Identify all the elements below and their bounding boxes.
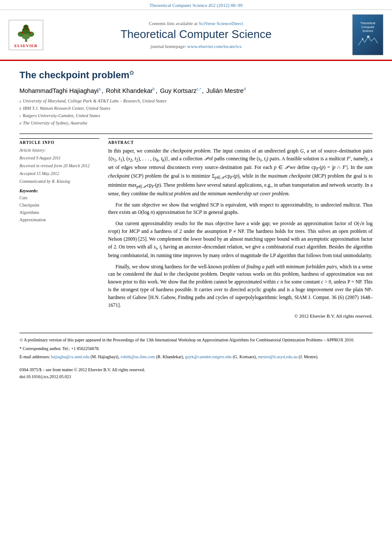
abstract-column: Abstract In this paper, we consider the … <box>108 138 373 320</box>
journal-center: Contents lists available at SciVerse Sci… <box>48 21 344 48</box>
accepted-date: Accepted 15 May 2012 <box>19 170 99 177</box>
doi-line: doi:10.1016/j.tcs.2012.05.021 <box>19 373 373 380</box>
article-info-heading: Article Info <box>19 138 99 145</box>
abstract-para-4: Finally, we show strong hardness for the… <box>108 263 373 309</box>
authors-line: MohammadTaghi Hajiaghayia, Rohit Khandek… <box>19 87 373 94</box>
keywords-list: Cuts Checkpoint Algorithms Approximation <box>19 194 99 223</box>
svg-point-8 <box>23 28 24 29</box>
elsevier-logo-left: ELSEVIER <box>9 20 48 50</box>
divider-top <box>19 134 373 134</box>
top-bar: Theoretical Computer Science 452 (2012) … <box>0 0 392 10</box>
cover-decorative-icon <box>356 35 380 48</box>
copyright-line: © 2012 Elsevier B.V. All rights reserved… <box>108 312 373 320</box>
abstract-para-1: In this paper, we consider the checkpoin… <box>108 147 373 197</box>
footnote-section: ✩ A preliminary version of this paper ap… <box>19 333 373 360</box>
author-4: Julián Mestred <box>206 87 245 94</box>
received-date: Received 9 August 2011 <box>19 154 99 162</box>
email-mestre[interactable]: mestre@it.usyd.edu.au <box>258 354 298 359</box>
issn-line: 0304-3975/$ – see front matter © 2012 El… <box>19 366 373 373</box>
journal-header: ELSEVIER Contents lists available at Sci… <box>0 10 392 61</box>
affiliation-a: aUniversity of Maryland, College Park & … <box>19 98 373 105</box>
article-title: The checkpoint problem✩ <box>19 70 373 81</box>
svg-point-10 <box>25 25 26 27</box>
affiliations: aUniversity of Maryland, College Park & … <box>19 98 373 127</box>
author-3: Guy Kortsarzc,* <box>160 87 201 94</box>
elsevier-label: ELSEVIER <box>14 44 38 48</box>
keywords-section: Keywords: Cuts Checkpoint Algorithms App… <box>19 188 99 223</box>
journal-homepage: journal homepage: www.elsevier.com/locat… <box>48 44 344 49</box>
journal-citation: Theoretical Computer Science 452 (2012) … <box>150 3 242 8</box>
footnote-preliminary: ✩ A preliminary version of this paper ap… <box>19 337 373 344</box>
communicated-by: Communicated by R. Klasing <box>19 178 99 185</box>
sciverse-link[interactable]: SciVerse ScienceDirect <box>199 21 243 26</box>
email-hajiaghayi[interactable]: hajiagha@cs.umd.edu <box>51 354 89 359</box>
abstract-para-3: Our current approximability results for … <box>108 220 373 259</box>
footnote-corresponding: * Corresponding author. Tel.: +1 8562256… <box>19 345 373 352</box>
article-history: Article history: Received 9 August 2011 … <box>19 146 99 185</box>
footnote-emails: E-mail addresses: hajiagha@cs.umd.edu (M… <box>19 353 373 360</box>
affiliation-c: cRutgers University-Camden, United State… <box>19 112 373 120</box>
affiliation-d: dThe University of Sydney, Australia <box>19 120 373 127</box>
affiliation-b: bIBM T.J. Watson Research Center, United… <box>19 105 373 112</box>
keywords-label: Keywords: <box>19 188 99 193</box>
email-kortsarz[interactable]: guyk@camden.rutgers.edu <box>185 354 232 359</box>
history-heading: Article history: <box>19 146 99 154</box>
svg-point-9 <box>27 28 29 29</box>
cover-text: Theoretical Computer Science <box>355 20 381 50</box>
keyword-2: Checkpoint <box>19 201 99 209</box>
svg-point-7 <box>29 32 31 33</box>
contents-line: Contents lists available at SciVerse Sci… <box>48 21 344 26</box>
svg-point-12 <box>362 38 363 40</box>
abstract-text: In this paper, we consider the checkpoin… <box>108 147 373 320</box>
homepage-link[interactable]: www.elsevier.com/locate/tcs <box>187 44 242 49</box>
journal-cover-image: Theoretical Computer Science <box>352 14 383 55</box>
email-khandekar[interactable]: rohitk@us.ibm.com <box>121 354 155 359</box>
author-1: MohammadTaghi Hajiaghayia <box>19 87 101 94</box>
revised-date: Received in revised form 20 March 2012 <box>19 162 99 169</box>
journal-cover-right: Theoretical Computer Science <box>344 14 383 55</box>
main-content: The checkpoint problem✩ MohammadTaghi Ha… <box>0 61 392 389</box>
title-footnote-marker: ✩ <box>129 70 134 76</box>
svg-point-6 <box>21 32 23 33</box>
elsevier-tree-icon <box>14 25 38 43</box>
journal-title: Theoretical Computer Science <box>48 28 344 41</box>
two-column-section: Article Info Article history: Received 9… <box>19 138 373 320</box>
svg-point-11 <box>367 35 370 38</box>
abstract-heading: Abstract <box>108 138 373 145</box>
keyword-3: Algorithms <box>19 209 99 216</box>
article-info-column: Article Info Article history: Received 9… <box>19 138 99 320</box>
bottom-info: 0304-3975/$ – see front matter © 2012 El… <box>19 366 373 380</box>
abstract-para-2: For the sum objective we show that weigh… <box>108 201 373 217</box>
keyword-4: Approximation <box>19 216 99 223</box>
author-2: Rohit Khandekarb <box>106 87 155 94</box>
keyword-1: Cuts <box>19 194 99 201</box>
